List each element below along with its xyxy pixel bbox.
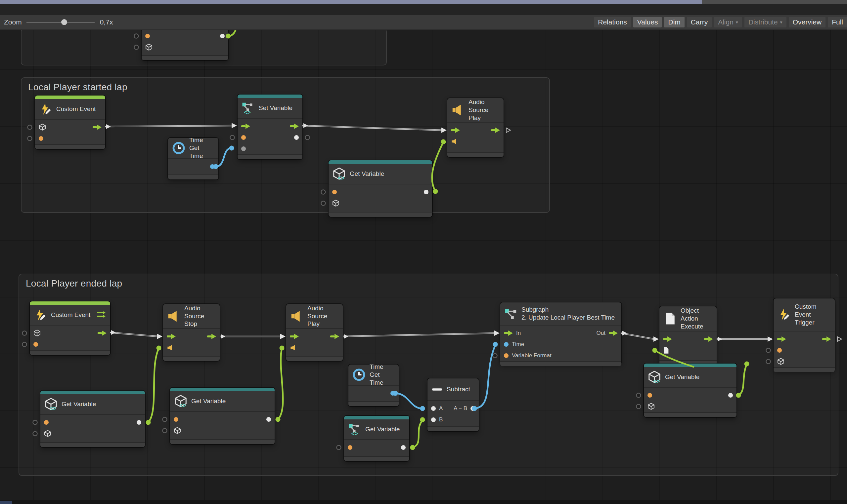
gameobject-port-icon[interactable]	[332, 200, 340, 207]
port-dot-orange[interactable]	[241, 135, 246, 140]
flow-port-icon[interactable]	[290, 334, 299, 339]
port-dot-white[interactable]	[401, 445, 405, 450]
toolbar-button-relations[interactable]: Relations	[594, 17, 631, 28]
node-custom-event-started[interactable]: Custom Event	[35, 95, 105, 149]
port-dot-white[interactable]	[470, 406, 475, 411]
node-get-variable-ended-right[interactable]: <>Get Variable	[644, 363, 737, 417]
node-get-variable-ended-b[interactable]: <>Get Variable	[170, 388, 275, 444]
port-dot-orange[interactable]	[145, 34, 150, 38]
flow-port-icon[interactable]	[167, 334, 176, 339]
gameobject-port-icon[interactable]	[647, 403, 655, 410]
flow-port-icon[interactable]	[609, 330, 618, 336]
object-action-port-icon[interactable]	[663, 347, 669, 354]
node-get-variable-ended-a[interactable]: <>Get Variable	[40, 391, 145, 447]
port-dot-white[interactable]	[137, 420, 141, 425]
node-header[interactable]: Audio SourcePlay	[447, 98, 504, 123]
gameobject-port-icon[interactable]	[174, 427, 181, 434]
port-dot-white[interactable]	[431, 406, 436, 411]
flow-port-icon[interactable]	[504, 330, 513, 336]
gameobject-port-icon[interactable]	[33, 329, 41, 337]
node-header[interactable]: Custom Event	[30, 305, 110, 326]
node-audio-source-play-ended[interactable]: Audio SourcePlay	[286, 304, 343, 361]
flow-port-icon[interactable]	[330, 334, 339, 339]
node-header[interactable]: <>Get Variable	[329, 164, 432, 184]
node-header[interactable]: Object ActionExecute	[659, 306, 716, 331]
node-custom-event-trigger[interactable]: Custom EventTrigger	[774, 299, 835, 371]
flow-port-icon[interactable]	[491, 128, 500, 133]
node-audio-source-stop-ended[interactable]: Audio SourceStop	[163, 304, 220, 361]
gameobject-port-icon[interactable]	[44, 430, 51, 437]
port-dot-orange[interactable]	[777, 348, 782, 353]
node-header[interactable]: Audio SourceStop	[163, 304, 220, 329]
flow-port-icon[interactable]	[241, 124, 250, 129]
node-header[interactable]: <>Get Variable	[40, 394, 145, 415]
port-dot-orange[interactable]	[647, 393, 652, 398]
port-dot-white[interactable]	[728, 393, 733, 398]
node-header[interactable]: <>Get Variable	[644, 367, 737, 388]
toolbar-button-carry[interactable]: Carry	[687, 17, 712, 28]
gameobject-port-icon[interactable]	[777, 358, 784, 365]
port-dot-white[interactable]	[294, 135, 299, 140]
audio-source-port-icon[interactable]	[451, 138, 458, 145]
node-custom-event-ended[interactable]: Custom Event	[30, 301, 110, 355]
node-audio-source-play-started[interactable]: Audio SourcePlay	[447, 98, 504, 157]
node-get-time-started[interactable]: TimeGet Time	[168, 138, 218, 179]
port-dot-blue[interactable]	[504, 342, 508, 347]
node-partial-node[interactable]	[142, 29, 228, 60]
node-header[interactable]: <>Set Variable	[238, 98, 302, 119]
node-header[interactable]: <>Get Variable	[344, 419, 409, 440]
port-dot-orange[interactable]	[504, 353, 508, 358]
flow-port-icon[interactable]	[93, 125, 102, 130]
node-header[interactable]: Subtract	[428, 378, 479, 401]
node-header[interactable]: Custom Event	[35, 99, 105, 120]
zoom-slider-thumb[interactable]	[61, 19, 67, 25]
toolbar-button-values[interactable]: Values	[633, 17, 662, 28]
node-header[interactable]: Subgraph2. Update Local Player Best Time	[500, 302, 621, 326]
gameobject-port-icon[interactable]	[145, 43, 153, 51]
port-dot-orange[interactable]	[174, 417, 178, 422]
node-header[interactable]: TimeGet Time	[168, 138, 218, 159]
flow-port-icon[interactable]	[290, 124, 299, 129]
flow-port-icon[interactable]	[704, 337, 713, 342]
toolbar-button-dim[interactable]: Dim	[664, 17, 684, 28]
toolbar-button-distribute[interactable]: Distribute▾	[744, 17, 786, 28]
node-subtract[interactable]: SubtractAA − BB	[428, 378, 479, 431]
flow-port-icon[interactable]	[777, 337, 786, 342]
audio-source-port-icon[interactable]	[167, 344, 174, 351]
port-dot-blue[interactable]	[210, 164, 215, 169]
toolbar-button-overview[interactable]: Overview	[789, 17, 826, 28]
port-dot-orange[interactable]	[332, 190, 337, 194]
port-dot-white[interactable]	[220, 34, 225, 38]
node-get-variable-graph[interactable]: <>Get Variable	[344, 416, 409, 461]
node-header[interactable]: Audio SourcePlay	[286, 304, 343, 329]
node-header[interactable]: <>Get Variable	[170, 391, 275, 412]
flow-port-icon[interactable]	[451, 128, 460, 133]
audio-source-port-icon[interactable]	[290, 344, 297, 351]
port-dot-blue[interactable]	[391, 391, 395, 396]
toolbar-button-align[interactable]: Align▾	[714, 17, 742, 28]
port-dot-white[interactable]	[266, 417, 271, 422]
flow-port-icon[interactable]	[822, 337, 831, 342]
gameobject-port-icon[interactable]	[39, 124, 46, 131]
port-dot-white[interactable]	[424, 190, 429, 194]
port-dot-orange[interactable]	[348, 445, 352, 450]
zoom-slider[interactable]	[27, 19, 94, 25]
node-subgraph-update-best-time[interactable]: Subgraph2. Update Local Player Best Time…	[500, 302, 621, 364]
port-dot-orange[interactable]	[33, 342, 38, 347]
node-set-variable[interactable]: <>Set Variable	[238, 94, 302, 159]
node-title: Get Variable	[665, 373, 699, 381]
port-dot-gray[interactable]	[241, 146, 246, 151]
flow-port-icon[interactable]	[98, 330, 106, 336]
node-get-variable-started[interactable]: <>Get Variable	[329, 160, 432, 217]
node-object-action-execute[interactable]: Object ActionExecute	[659, 306, 716, 365]
flow-port-icon[interactable]	[207, 334, 216, 339]
flow-port-icon[interactable]	[663, 337, 672, 342]
port-dot-orange[interactable]	[44, 420, 49, 425]
toolbar-button-full[interactable]: Full	[828, 17, 847, 28]
port-dot-white[interactable]	[431, 417, 436, 422]
port-dot-orange[interactable]	[39, 136, 44, 141]
node-get-time-ended[interactable]: TimeGet Time	[348, 364, 399, 406]
node-header[interactable]: TimeGet Time	[348, 364, 399, 386]
node-header[interactable]: Custom EventTrigger	[774, 299, 835, 331]
zoom-slider-track[interactable]	[27, 22, 94, 22]
